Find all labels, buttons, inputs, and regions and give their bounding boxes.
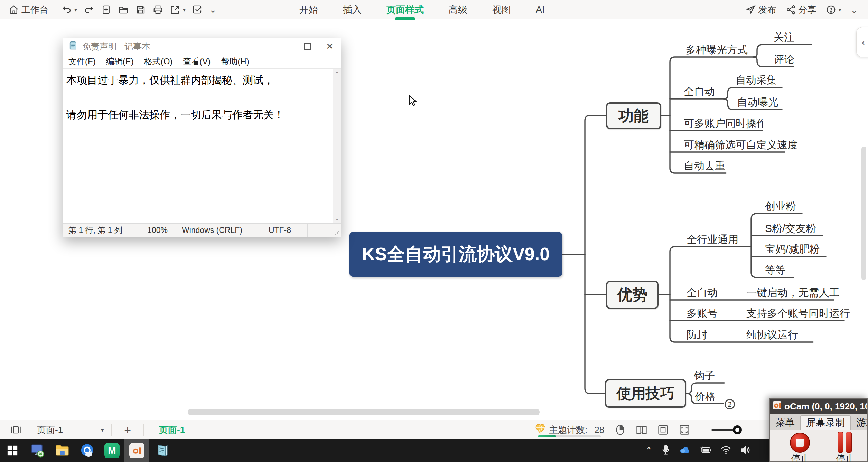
mindmap-branch-tips[interactable]: 使用技巧 <box>605 379 686 408</box>
save-button[interactable] <box>135 4 146 15</box>
canvas-horizontal-scrollbar[interactable] <box>188 409 540 415</box>
close-button[interactable]: ✕ <box>319 38 341 55</box>
mindmap-topic[interactable]: 价格 <box>695 389 716 404</box>
export-button[interactable]: ▾ <box>170 4 186 15</box>
open-file-button[interactable] <box>118 4 129 15</box>
folder-icon <box>118 4 129 15</box>
zoom-slider-knob[interactable] <box>733 425 742 434</box>
taskbar-browser-icon[interactable] <box>75 439 100 462</box>
collapse-toolbar-button[interactable]: ⌄ <box>850 4 858 16</box>
toolbar-more-button[interactable]: ⌄ <box>209 4 217 15</box>
mindmap-topic[interactable]: 可精确筛选可自定义速度 <box>684 138 798 152</box>
mindmap-branch-advantages[interactable]: 优势 <box>606 281 659 309</box>
mindmap-topic[interactable]: 关注 <box>774 30 794 45</box>
tab-page-style[interactable]: 页面样式 <box>384 1 426 19</box>
tab-advanced[interactable]: 高级 <box>447 1 469 19</box>
mindmap-topic[interactable]: 钩子 <box>694 369 715 383</box>
wifi-icon[interactable] <box>721 445 731 456</box>
mindmap-topic[interactable]: 宝妈/减肥粉 <box>765 242 820 256</box>
taskbar-file-explorer-icon[interactable] <box>50 439 75 462</box>
mindmap-topic[interactable]: 创业粉 <box>765 199 796 214</box>
tab-view[interactable]: 视图 <box>490 1 513 19</box>
workspace-label: 工作台 <box>21 4 48 16</box>
taskbar-remote-desktop-icon[interactable] <box>25 439 50 462</box>
tray-expand-icon[interactable]: ⌃ <box>645 446 652 455</box>
ocam-tab-screen-record[interactable]: 屏幕录制 <box>800 415 851 430</box>
mindmap-topic[interactable]: 全自动 <box>687 286 718 300</box>
mindmap-root-topic[interactable]: KS全自动引流协议V9.0 <box>349 232 562 277</box>
workspace-button[interactable]: 工作台 <box>8 4 48 16</box>
mindmap-topic-note[interactable]: 一键启动，无需人工 <box>746 286 840 300</box>
mindmap-topic[interactable]: 全行业通用 <box>687 233 738 247</box>
mindmap-topic[interactable]: 多账号 <box>687 307 718 321</box>
share-button[interactable]: 分享 <box>785 4 816 16</box>
notepad-text-area[interactable]: 本项目过于暴力，仅供社群内部揭秘、测试， 请勿用于任何非法操作，一切后果与作者无… <box>63 68 341 223</box>
undo-button[interactable]: ▾ <box>61 4 77 15</box>
taskbar-xmind-icon[interactable]: M <box>100 439 124 462</box>
stop-record-icon[interactable] <box>790 433 810 453</box>
tab-start[interactable]: 开始 <box>297 1 320 19</box>
publish-button[interactable]: 发布 <box>745 4 776 16</box>
resize-grip[interactable] <box>335 231 339 236</box>
menu-format[interactable]: 格式(O) <box>144 56 173 67</box>
mindmap-topic-note[interactable]: 纯协议运行 <box>746 328 798 342</box>
active-page-tab[interactable]: 页面-1 <box>151 424 193 436</box>
panel-collapse-tab[interactable]: ‹ <box>856 27 868 57</box>
new-file-button[interactable] <box>101 4 112 15</box>
canvas-vertical-scrollbar[interactable] <box>861 147 866 280</box>
menu-file[interactable]: 文件(F) <box>68 56 96 67</box>
cloud-sync-icon[interactable] <box>679 445 690 456</box>
mindmap-topic[interactable]: 自动曝光 <box>737 95 778 110</box>
mindmap-topic[interactable]: S粉/交友粉 <box>765 221 816 236</box>
notepad-scrollbar[interactable]: ⌃ ⌄ <box>333 69 341 223</box>
menu-view[interactable]: 查看(V) <box>183 56 211 67</box>
collapsed-children-badge[interactable]: 2 <box>725 399 735 409</box>
help-button[interactable]: ▾ <box>825 4 841 15</box>
menu-help[interactable]: 帮助(H) <box>221 56 249 67</box>
mindmap-topic[interactable]: 自动去重 <box>684 159 725 173</box>
minimize-button[interactable]: – <box>274 38 297 55</box>
fullscreen-icon[interactable] <box>679 424 690 435</box>
page-selector[interactable]: 页面-1 ▾ <box>37 424 104 436</box>
pause-record-icon[interactable] <box>846 432 852 453</box>
notepad-titlebar[interactable]: 免责声明 - 记事本 – ✕ <box>63 38 341 55</box>
pause-record-icon[interactable] <box>838 432 843 453</box>
taskbar-notepad-icon[interactable] <box>149 439 174 462</box>
ocam-titlebar[interactable]: oCam (0, 0, 1920, 1080) <box>770 399 867 414</box>
notepad-window-title: 免责声明 - 记事本 <box>82 41 274 52</box>
export-caret-icon[interactable]: ▾ <box>183 7 186 13</box>
mindmap-topic[interactable]: 防封 <box>687 328 707 342</box>
mindmap-topic[interactable]: 全自动 <box>684 85 715 99</box>
mindmap-topic[interactable]: 可多账户同时操作 <box>684 116 767 131</box>
tab-insert[interactable]: 插入 <box>341 1 364 19</box>
menu-edit[interactable]: 编辑(E) <box>106 56 134 67</box>
start-button[interactable] <box>0 439 25 462</box>
redo-button[interactable] <box>83 4 94 15</box>
battery-icon[interactable] <box>699 445 712 456</box>
mindmap-topic[interactable]: 多种曝光方式 <box>685 43 748 57</box>
outline-view-icon[interactable] <box>636 424 647 435</box>
import-check-button[interactable] <box>192 4 203 15</box>
mindmap-topic[interactable]: 自动采集 <box>736 73 777 87</box>
mindmap-topic-note[interactable]: 支持多个账号同时运行 <box>746 307 850 321</box>
taskbar-ocam-icon[interactable] <box>124 439 149 462</box>
mouse-mode-icon[interactable] <box>615 424 626 435</box>
ocam-tab-game[interactable]: 游戏 <box>851 415 867 430</box>
tab-ai[interactable]: AI <box>534 2 547 18</box>
mindmap-topic[interactable]: 等等 <box>765 263 786 277</box>
print-button[interactable] <box>152 4 164 15</box>
undo-caret-icon[interactable]: ▾ <box>74 7 77 13</box>
microphone-icon[interactable] <box>661 445 670 456</box>
maximize-button[interactable] <box>297 38 319 55</box>
fit-to-screen-icon[interactable] <box>657 424 669 435</box>
volume-icon[interactable] <box>740 445 750 456</box>
mindmap-branch-features[interactable]: 功能 <box>606 102 661 129</box>
ocam-tab-menu[interactable]: 菜单 <box>770 415 800 430</box>
pages-overview-icon[interactable] <box>10 424 21 435</box>
mindmap-topic[interactable]: 评论 <box>774 53 794 67</box>
scroll-down-icon[interactable]: ⌄ <box>334 213 339 223</box>
add-page-button[interactable]: + <box>119 423 136 437</box>
zoom-slider[interactable] <box>711 429 740 431</box>
scroll-up-icon[interactable]: ⌃ <box>334 69 339 79</box>
zoom-out-button[interactable]: – <box>700 424 707 436</box>
